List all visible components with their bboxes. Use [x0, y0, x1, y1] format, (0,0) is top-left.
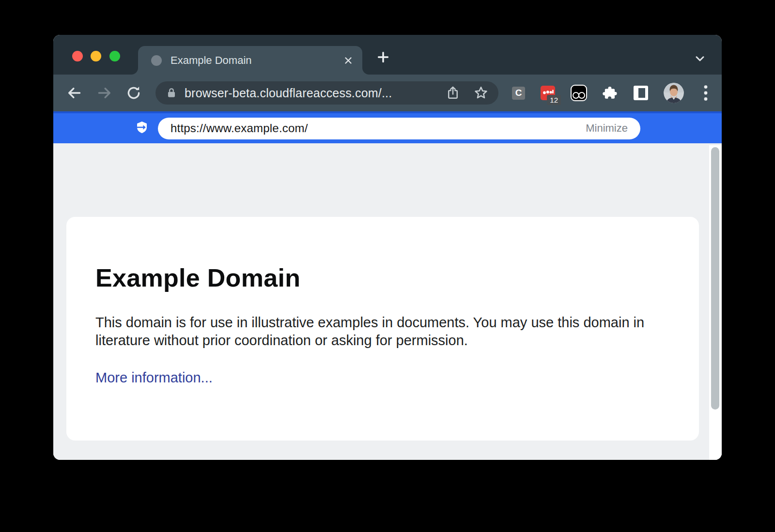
- traffic-minimize-button[interactable]: [91, 51, 101, 61]
- extensions-area: C 12: [512, 83, 712, 103]
- address-bar[interactable]: browser-beta.cloudflareaccess.com/...: [155, 81, 498, 105]
- scrollbar-track[interactable]: [709, 145, 722, 460]
- extension-blocker-icon[interactable]: 12: [541, 86, 555, 100]
- back-icon[interactable]: [64, 82, 85, 104]
- new-tab-button[interactable]: [375, 49, 391, 65]
- tab-search-chevron-icon[interactable]: [694, 52, 706, 65]
- forward-icon[interactable]: [93, 82, 115, 104]
- traffic-zoom-button[interactable]: [109, 51, 120, 61]
- address-bar-url: browser-beta.cloudflareaccess.com/...: [185, 86, 433, 100]
- isolation-bar: https://www.example.com/ Minimize: [53, 111, 722, 143]
- minimize-button[interactable]: Minimize: [586, 122, 628, 135]
- tab-strip: Example Domain: [53, 35, 722, 75]
- bookmark-star-icon[interactable]: [473, 85, 489, 101]
- isolation-shield-icon: [134, 121, 150, 136]
- tab-title: Example Domain: [170, 54, 342, 67]
- traffic-close-button[interactable]: [72, 51, 83, 61]
- tab-close-icon[interactable]: [342, 54, 355, 67]
- browser-toolbar: browser-beta.cloudflareaccess.com/... C: [53, 75, 722, 111]
- profile-avatar[interactable]: [664, 83, 684, 103]
- globe-favicon-icon: [151, 55, 162, 66]
- share-icon[interactable]: [445, 85, 461, 101]
- browser-menu-icon[interactable]: [699, 86, 712, 100]
- browser-window: Example Domain: [53, 35, 722, 460]
- more-information-link[interactable]: More information...: [95, 370, 213, 386]
- example-domain-card: Example Domain This domain is for use in…: [66, 217, 699, 441]
- extension-badge: 12: [547, 95, 561, 105]
- tab-example-domain[interactable]: Example Domain: [138, 46, 362, 75]
- extension-camera-icon[interactable]: [571, 85, 587, 101]
- isolation-url-input[interactable]: https://www.example.com/ Minimize: [158, 118, 640, 139]
- extension-c-icon[interactable]: C: [512, 87, 525, 100]
- page-viewport: Example Domain This domain is for use in…: [53, 143, 722, 460]
- lock-icon: [165, 87, 178, 99]
- extensions-puzzle-icon[interactable]: [603, 85, 618, 101]
- side-panel-icon[interactable]: [634, 86, 648, 100]
- reload-icon[interactable]: [123, 82, 144, 104]
- scrollbar-thumb[interactable]: [711, 147, 719, 410]
- page-title: Example Domain: [95, 263, 670, 292]
- isolation-url-text: https://www.example.com/: [170, 122, 308, 135]
- page-paragraph: This domain is for use in illustrative e…: [95, 314, 652, 350]
